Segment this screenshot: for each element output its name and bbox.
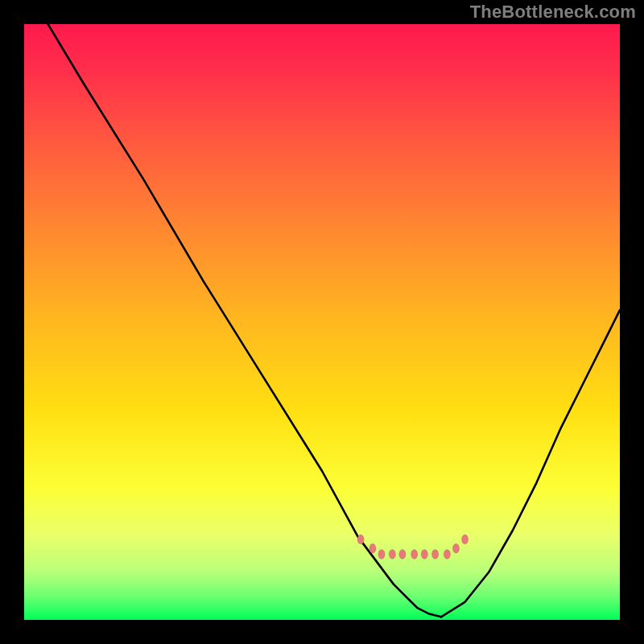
plot-area <box>24 24 620 620</box>
optimal-marker <box>399 550 406 559</box>
optimal-marker <box>357 535 364 544</box>
bottleneck-curve-right <box>441 310 620 617</box>
attribution-text: TheBottleneck.com <box>470 2 636 23</box>
optimal-marker <box>461 535 468 544</box>
optimal-marker <box>411 550 418 559</box>
optimal-marker <box>431 550 438 559</box>
bottleneck-curve-left <box>48 24 441 617</box>
optimal-marker <box>421 550 427 559</box>
curve-svg <box>24 24 620 620</box>
optimal-marker <box>389 550 395 559</box>
optimal-markers <box>357 535 469 559</box>
chart-frame: TheBottleneck.com <box>0 0 644 644</box>
optimal-marker <box>444 550 450 559</box>
optimal-marker <box>452 543 459 553</box>
optimal-marker <box>369 543 376 553</box>
optimal-marker <box>378 550 385 559</box>
